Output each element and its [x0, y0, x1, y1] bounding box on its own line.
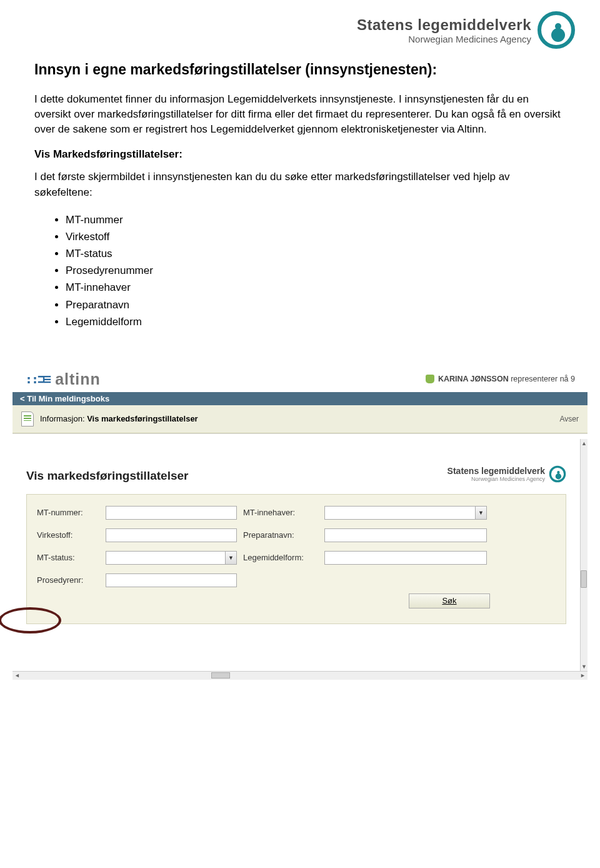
list-item: Virkestoff — [66, 228, 566, 245]
preparatnavn-label: Preparatnavn: — [243, 530, 318, 540]
prosedyrenr-input[interactable] — [106, 573, 237, 587]
agency-header: Statens legemiddelverk Norwegian Medicin… — [0, 0, 600, 55]
form-region: Vis markedsføringstillatelser Statens le… — [12, 433, 588, 671]
altinn-header: ::⊐≡ altinn KARINA JØNSSON representerer… — [12, 361, 588, 392]
chevron-down-icon[interactable]: ▼ — [475, 507, 486, 519]
mt-status-select[interactable]: ▼ — [106, 551, 237, 565]
user-name: KARINA JØNSSON — [438, 375, 509, 383]
info-bar-right: Avser — [560, 415, 579, 423]
list-item: Preparatnavn — [66, 296, 566, 313]
list-item: Prosedyrenummer — [66, 262, 566, 279]
legemiddelform-input[interactable] — [324, 551, 487, 565]
altinn-glyph-icon: ::⊐≡ — [25, 371, 50, 386]
mt-innehaver-label: MT-innehaver: — [243, 508, 318, 517]
agency-mini: Statens legemiddelverk Norwegian Medicin… — [448, 465, 566, 483]
chevron-down-icon[interactable]: ▼ — [225, 552, 236, 564]
svg-point-4 — [556, 473, 561, 479]
document-title: Innsyn i egne markedsføringstillatelser … — [34, 61, 566, 78]
intro-paragraph: I dette dokumentet finner du informasjon… — [34, 92, 566, 137]
mt-nummer-input[interactable] — [106, 506, 237, 520]
info-title: Vis markedsføringstillatelser — [87, 414, 198, 423]
agency-subtitle: Norwegian Medicines Agency — [357, 34, 531, 44]
agency-mini-title: Statens legemiddelverk — [448, 466, 545, 476]
prosedyrenr-label: Prosedyrenr: — [37, 575, 99, 585]
list-item: MT-status — [66, 245, 566, 262]
list-item: MT-nummer — [66, 211, 566, 228]
agency-logo-icon — [538, 11, 575, 49]
altinn-brand-text: altinn — [55, 370, 101, 388]
horizontal-scrollbar[interactable]: ◄ ► — [12, 671, 588, 680]
svg-point-1 — [551, 28, 565, 42]
search-button[interactable]: Søk — [409, 593, 490, 608]
user-suffix: representerer nå 9 — [511, 375, 575, 383]
legemiddelform-label: Legemiddelform: — [243, 553, 318, 562]
virkestoff-label: Virkestoff: — [37, 530, 99, 540]
user-identity: KARINA JØNSSON representerer nå 9 — [426, 375, 575, 383]
svg-point-2 — [555, 23, 561, 29]
agency-mini-sub: Norwegian Medicines Agency — [448, 476, 545, 482]
mt-nummer-label: MT-nummer: — [37, 508, 99, 517]
preparatnavn-input[interactable] — [324, 528, 487, 542]
svg-point-5 — [557, 471, 559, 473]
info-bar-left: Informasjon: Vis markedsføringstillatels… — [21, 411, 198, 426]
altinn-logo: ::⊐≡ altinn — [25, 370, 101, 388]
info-bar: Informasjon: Vis markedsføringstillatels… — [12, 405, 588, 433]
document-body: Innsyn i egne markedsføringstillatelser … — [0, 55, 600, 361]
agency-mini-logo-icon — [549, 465, 566, 483]
mt-status-label: MT-status: — [37, 553, 99, 562]
search-fields-list: MT-nummer Virkestoff MT-status Prosedyre… — [66, 211, 566, 330]
form-title-row: Vis markedsføringstillatelser Statens le… — [26, 465, 566, 483]
scroll-down-icon[interactable]: ▼ — [581, 662, 587, 671]
section-heading: Vis Markedsføringstillatelser: — [34, 148, 566, 161]
person-icon — [426, 375, 434, 383]
scroll-left-icon[interactable]: ◄ — [12, 672, 22, 679]
mt-innehaver-select[interactable]: ▼ — [324, 506, 487, 520]
vertical-scrollbar[interactable]: ▲ ▼ — [580, 439, 588, 671]
back-to-inbox-link[interactable]: < Til Min meldingsboks — [12, 392, 588, 405]
search-form: MT-nummer: MT-innehaver: ▼ Virkestoff: P… — [26, 494, 566, 624]
section-paragraph: I det første skjermbildet i innsynstjene… — [34, 169, 566, 199]
altinn-screenshot: ::⊐≡ altinn KARINA JØNSSON representerer… — [12, 361, 588, 680]
virkestoff-input[interactable] — [106, 528, 237, 542]
scroll-thumb[interactable] — [581, 570, 587, 588]
list-item: Legemiddelform — [66, 313, 566, 330]
scroll-up-icon[interactable]: ▲ — [581, 439, 587, 448]
form-title: Vis markedsføringstillatelser — [26, 469, 188, 483]
document-icon — [21, 411, 34, 426]
list-item: MT-innehaver — [66, 279, 566, 296]
agency-title: Statens legemiddelverk — [357, 16, 531, 34]
form-inner: Vis markedsføringstillatelser Statens le… — [12, 439, 580, 671]
info-prefix: Informasjon: — [40, 414, 85, 423]
scroll-thumb[interactable] — [211, 672, 230, 679]
scroll-right-icon[interactable]: ► — [578, 672, 588, 679]
agency-text-block: Statens legemiddelverk Norwegian Medicin… — [357, 16, 531, 44]
